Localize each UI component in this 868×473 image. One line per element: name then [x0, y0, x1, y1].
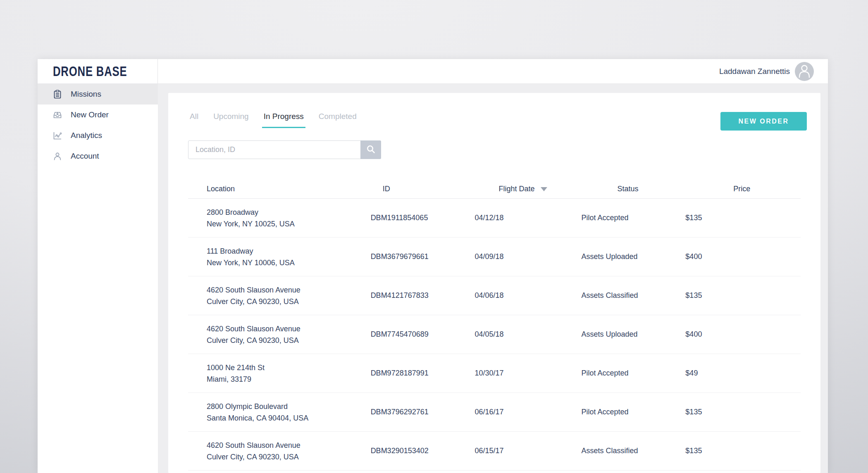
cell-id: DBM9728187991 — [371, 369, 475, 378]
location-line2: Santa Monica, CA 90404, USA — [207, 412, 371, 424]
location-line1: 4620 South Slauson Avenue — [207, 440, 371, 451]
cell-status: Pilot Accepted — [581, 214, 685, 222]
table-row[interactable]: 111 Broadway New York, NY 10006, USA DBM… — [188, 238, 801, 276]
cell-location: 4620 South Slauson Avenue Culver City, C… — [188, 323, 371, 346]
person-icon — [53, 152, 62, 161]
missions-table: Location ID Flight Date Status Price 280… — [188, 185, 801, 471]
location-line2: Culver City, CA 90230, USA — [207, 296, 371, 307]
tab-all[interactable]: All — [188, 111, 200, 127]
column-header-label: Flight Date — [499, 185, 535, 193]
top-bar: DRONE BASE Laddawan Zannettis — [38, 59, 828, 84]
location-line1: 4620 South Slauson Avenue — [207, 284, 371, 296]
cell-location: 111 Broadway New York, NY 10006, USA — [188, 245, 371, 269]
table-header-row: Location ID Flight Date Status Price — [188, 185, 801, 199]
cell-status: Pilot Accepted — [581, 408, 685, 416]
location-line2: Miami, 33179 — [207, 373, 371, 385]
table-row[interactable]: 2800 Olympic Boulevard Santa Monica, CA … — [188, 393, 801, 432]
drone-base-logo: DRONE BASE — [53, 64, 127, 79]
cell-id: DBM7745470689 — [371, 330, 475, 339]
line-chart-icon — [53, 131, 62, 140]
cell-price: $49 — [685, 369, 801, 378]
clipboard-icon — [53, 90, 62, 99]
logo-area: DRONE BASE — [38, 59, 158, 83]
search-icon — [366, 144, 376, 155]
cell-id: DBM3290153402 — [371, 447, 475, 455]
sidebar-item-analytics[interactable]: Analytics — [38, 125, 158, 146]
person-icon — [795, 62, 814, 81]
table-row[interactable]: 4620 South Slauson Avenue Culver City, C… — [188, 432, 801, 471]
mission-tabs: All Upcoming In Progress Completed — [188, 111, 358, 128]
app-window: DRONE BASE Laddawan Zannettis — [38, 59, 828, 473]
sidebar-item-label: Account — [71, 152, 99, 161]
cell-id: DBM4121767833 — [371, 291, 475, 300]
sidebar-item-label: New Order — [71, 110, 109, 119]
cell-price: $135 — [685, 447, 801, 455]
sidebar-item-label: Missions — [71, 90, 101, 99]
new-order-button[interactable]: NEW ORDER — [720, 112, 807, 131]
search-box — [188, 140, 381, 159]
sort-descending-icon — [541, 187, 547, 191]
table-body: 2800 Broadway New York, NY 10025, USA DB… — [188, 199, 801, 471]
cell-flight-date: 10/30/17 — [475, 369, 582, 378]
table-row[interactable]: 1000 Ne 214th St Miami, 33179 DBM9728187… — [188, 354, 801, 393]
search-input[interactable] — [188, 141, 360, 159]
search-button[interactable] — [360, 140, 381, 159]
column-header-id[interactable]: ID — [371, 185, 475, 193]
cell-flight-date: 04/06/18 — [475, 291, 582, 300]
user-avatar[interactable] — [795, 62, 814, 81]
location-line2: New York, NY 10006, USA — [207, 257, 371, 269]
cell-price: $135 — [685, 214, 801, 222]
location-line2: Culver City, CA 90230, USA — [207, 335, 371, 346]
cell-location: 1000 Ne 214th St Miami, 33179 — [188, 362, 371, 385]
missions-card: All Upcoming In Progress Completed NEW O… — [168, 93, 820, 473]
cell-price: $135 — [685, 291, 801, 300]
location-line1: 1000 Ne 214th St — [207, 362, 371, 373]
sidebar-item-new-order[interactable]: New Order — [38, 105, 158, 125]
cell-flight-date: 04/05/18 — [475, 330, 582, 339]
cell-status: Pilot Accepted — [581, 369, 685, 378]
tab-upcoming[interactable]: Upcoming — [212, 111, 250, 127]
location-line1: 2800 Broadway — [207, 207, 371, 218]
location-line2: Culver City, CA 90230, USA — [207, 451, 371, 463]
cell-status: Assets Uploaded — [581, 330, 685, 339]
cell-id: DBM3679679661 — [371, 252, 475, 261]
sidebar-item-missions[interactable]: Missions — [38, 84, 158, 105]
column-header-flight-date[interactable]: Flight Date — [475, 185, 582, 193]
cell-location: 4620 South Slauson Avenue Culver City, C… — [188, 284, 371, 307]
table-row[interactable]: 2800 Broadway New York, NY 10025, USA DB… — [188, 199, 801, 238]
cell-price: $135 — [685, 408, 801, 416]
main-area: All Upcoming In Progress Completed NEW O… — [158, 84, 828, 473]
column-header-price[interactable]: Price — [685, 185, 801, 193]
cell-status: Assets Classified — [581, 447, 685, 455]
location-line2: New York, NY 10025, USA — [207, 218, 371, 230]
cell-location: 2800 Broadway New York, NY 10025, USA — [188, 207, 371, 230]
tab-in-progress[interactable]: In Progress — [262, 111, 305, 128]
location-line1: 111 Broadway — [207, 245, 371, 257]
cell-status: Assets Classified — [581, 291, 685, 300]
sidebar-item-label: Analytics — [71, 131, 102, 140]
sidebar: Missions New Order — [38, 84, 158, 473]
cell-flight-date: 06/16/17 — [475, 408, 582, 416]
cell-flight-date: 04/12/18 — [475, 214, 582, 222]
column-header-location[interactable]: Location — [188, 185, 371, 193]
cell-id: DBM1911854065 — [371, 214, 475, 222]
cell-location: 2800 Olympic Boulevard Santa Monica, CA … — [188, 401, 371, 424]
cell-status: Assets Uploaded — [581, 252, 685, 261]
location-line1: 2800 Olympic Boulevard — [207, 401, 371, 412]
column-header-status[interactable]: Status — [581, 185, 685, 193]
table-row[interactable]: 4620 South Slauson Avenue Culver City, C… — [188, 315, 801, 354]
top-bar-right: Laddawan Zannettis — [158, 59, 828, 83]
location-line1: 4620 South Slauson Avenue — [207, 323, 371, 335]
tab-completed[interactable]: Completed — [317, 111, 358, 127]
cell-flight-date: 04/09/18 — [475, 252, 582, 261]
cell-id: DBM3796292761 — [371, 408, 475, 416]
table-row[interactable]: 4620 South Slauson Avenue Culver City, C… — [188, 276, 801, 315]
sidebar-item-account[interactable]: Account — [38, 146, 158, 166]
inbox-download-icon — [53, 110, 62, 119]
user-name: Laddawan Zannettis — [719, 67, 790, 76]
search-row — [188, 140, 801, 159]
cell-flight-date: 06/15/17 — [475, 447, 582, 455]
cell-price: $400 — [685, 330, 801, 339]
cell-location: 4620 South Slauson Avenue Culver City, C… — [188, 440, 371, 463]
cell-price: $400 — [685, 252, 801, 261]
